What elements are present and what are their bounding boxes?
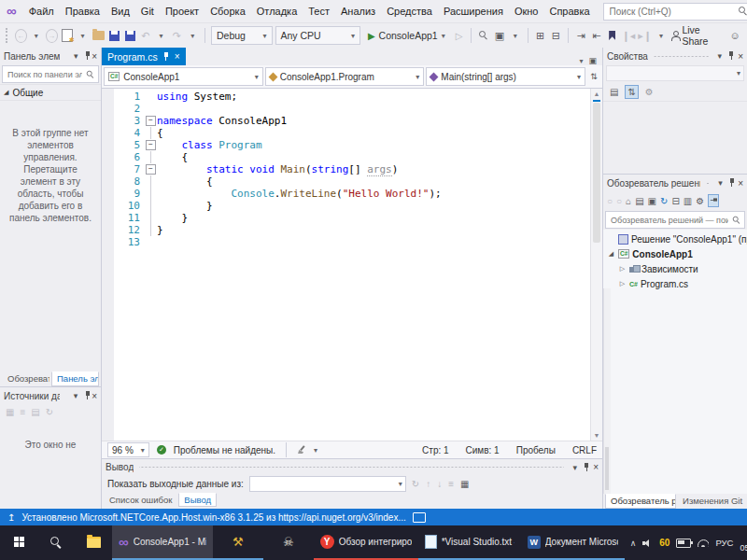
open-file-button[interactable] — [92, 28, 105, 43]
fold-margin[interactable] — [145, 188, 157, 200]
document-list-caret-icon[interactable]: ▾ — [579, 57, 583, 65]
tray-chevron-icon[interactable]: ∧ — [630, 539, 637, 548]
output-pin-icon[interactable] — [583, 463, 590, 472]
output-next-message-icon[interactable]: ↓ — [437, 479, 442, 489]
fold-margin[interactable] — [145, 212, 157, 224]
code-line[interactable]: 5− class Program — [114, 139, 590, 151]
tree-item[interactable]: ▷Зависимости — [603, 261, 747, 276]
editor-options-icon[interactable]: ▣ — [588, 56, 597, 65]
menu-tools[interactable]: Средства — [381, 4, 438, 19]
refresh-data-source-icon[interactable]: ↻ — [46, 407, 53, 417]
fold-margin[interactable] — [145, 224, 157, 236]
data-sources-close-icon[interactable]: × — [92, 391, 97, 401]
output-prev-message-icon[interactable]: ↑ — [426, 479, 430, 489]
code-line[interactable]: 7− static void Main(string[] args) — [114, 163, 590, 175]
tab-close-icon[interactable]: × — [175, 51, 180, 62]
taskbar-button-notepad[interactable]: *Visual Studio.txt – ... — [418, 525, 521, 560]
se-back-icon[interactable]: ○ — [607, 196, 613, 206]
status-extra-icon[interactable] — [413, 512, 426, 523]
tab-toolbox[interactable]: Панель эле... — [51, 371, 99, 386]
collapse-box-icon[interactable]: − — [146, 116, 156, 126]
network-icon[interactable] — [698, 539, 709, 547]
menu-git[interactable]: Git — [135, 4, 160, 19]
code-line[interactable]: 6 { — [114, 151, 590, 163]
output-refresh-icon[interactable]: ↻ — [412, 479, 419, 489]
toolbox-pin-icon[interactable] — [84, 51, 90, 61]
menu-file[interactable]: Файл — [23, 4, 60, 19]
alphabetical-sort-icon[interactable]: ⇅ — [625, 85, 638, 99]
fold-margin[interactable] — [145, 151, 157, 163]
properties-close-icon[interactable]: × — [738, 51, 743, 62]
data-sources-title-bar[interactable]: Источники данных ▾ × — [0, 387, 101, 404]
code-lines[interactable]: 1using System;23−namespace ConsoleApp14{… — [114, 89, 590, 441]
toolbox-close-icon[interactable]: × — [92, 51, 97, 62]
column-indicator[interactable]: Симв: 1 — [466, 445, 500, 455]
indent-icon[interactable]: ⇥ — [574, 28, 587, 43]
code-map-icon[interactable]: ▣ — [493, 28, 506, 43]
code-editor[interactable]: 1using System;23−namespace ConsoleApp14{… — [102, 89, 602, 441]
data-sources-menu-caret-icon[interactable]: ▾ — [71, 391, 81, 400]
collapse-box-icon[interactable]: − — [146, 164, 156, 175]
code-line[interactable]: 12} — [114, 224, 590, 236]
new-file-caret[interactable]: ▾ — [77, 28, 90, 43]
property-pages-icon[interactable]: ⚙ — [643, 86, 655, 98]
taskbar-button-word[interactable]: WДокумент Microso... — [521, 525, 625, 560]
code-line[interactable]: 8 { — [114, 175, 590, 188]
battery-icon[interactable] — [676, 539, 691, 548]
editor-vertical-scrollbar[interactable]: ▲ ▼ — [590, 89, 602, 441]
clock[interactable]: 17:31 05.02.2023 — [740, 534, 747, 553]
fold-margin[interactable]: − — [145, 115, 157, 127]
add-data-source-icon[interactable]: ▦ — [6, 407, 14, 417]
se-show-all-files-icon[interactable]: ▥ — [684, 196, 692, 206]
member-dropdown[interactable]: Main(string[] args) ▾ — [426, 67, 585, 86]
se-switch-views-icon[interactable]: ▤ — [635, 196, 643, 206]
redo-caret[interactable]: ▾ — [186, 28, 199, 43]
right-dock-scrollbar[interactable] — [603, 288, 611, 494]
properties-menu-caret-icon[interactable]: ▾ — [714, 51, 725, 61]
fold-margin[interactable] — [145, 127, 157, 139]
find-in-files-icon[interactable] — [477, 28, 490, 43]
tab-solution-explorer[interactable]: Обозреватель реше... — [605, 494, 676, 509]
solution-explorer-menu-caret-icon[interactable]: ▾ — [715, 178, 726, 188]
taskbar-button-visual-studio[interactable]: ∞ConsoleApp1 - Mic... — [112, 525, 213, 560]
zoom-dropdown[interactable]: 96 %▾ — [107, 442, 149, 457]
health-status-label[interactable]: Проблемы не найдены. — [174, 445, 275, 455]
solution-configuration-dropdown[interactable]: Debug▾ — [211, 26, 273, 45]
menu-extensions[interactable]: Расширения — [438, 4, 509, 19]
fold-margin[interactable] — [145, 175, 157, 188]
code-line[interactable]: 11 } — [114, 212, 590, 224]
navigate-forward-button[interactable]: → — [46, 29, 58, 43]
bookmark-icon[interactable] — [606, 28, 619, 43]
tree-item[interactable]: Решение "ConsoleApp1" (проекты: 1 из 1) — [603, 231, 747, 246]
start-button[interactable] — [0, 525, 37, 560]
start-debugging-button[interactable]: ▶ ConsoleApp1 ▾ — [363, 26, 450, 45]
fold-margin[interactable] — [145, 91, 157, 103]
quick-search-box[interactable] — [603, 3, 747, 21]
output-source-dropdown[interactable]: ▾ — [249, 476, 406, 492]
output-clear-icon[interactable]: ≡ — [448, 479, 454, 489]
navigate-back-button[interactable]: ← — [15, 29, 27, 43]
solution-explorer-pin-icon[interactable] — [728, 178, 735, 188]
scroll-up-arrow-icon[interactable]: ▲ — [594, 89, 600, 99]
taskbar-button-yandex[interactable]: YОбзор интегриров... — [314, 525, 418, 560]
fold-margin[interactable] — [145, 103, 157, 115]
data-sources-pin-icon[interactable] — [84, 391, 90, 400]
menu-edit[interactable]: Правка — [60, 4, 106, 19]
solution-explorer-title-bar[interactable]: Обозреватель решений ▾ × — [603, 175, 747, 191]
fold-margin[interactable]: − — [145, 163, 157, 175]
line-indicator[interactable]: Стр: 1 — [422, 445, 448, 455]
save-button[interactable] — [107, 28, 120, 43]
toolbox-title-bar[interactable]: Панель элементов ▾ × — [0, 48, 101, 64]
se-collapse-all-icon[interactable]: ⊟ — [671, 196, 679, 206]
tab-git-changes[interactable]: Изменения Git — п... — [677, 494, 745, 509]
configure-data-source-icon[interactable]: ▤ — [31, 407, 39, 417]
output-menu-caret-icon[interactable]: ▾ — [570, 463, 580, 472]
toolbox-search-box[interactable] — [2, 65, 99, 83]
se-refresh-icon[interactable]: ↻ — [660, 196, 668, 206]
se-pending-changes-icon[interactable]: ▣ — [648, 196, 656, 206]
taskbar-button-tools[interactable]: ⚒ — [213, 525, 263, 560]
code-line[interactable]: 1using System; — [114, 91, 590, 103]
toolbox-section-general[interactable]: ◢ Общие — [0, 84, 101, 101]
tab-program-cs[interactable]: Program.cs × — [102, 48, 186, 65]
menu-build[interactable]: Сборка — [204, 4, 251, 19]
